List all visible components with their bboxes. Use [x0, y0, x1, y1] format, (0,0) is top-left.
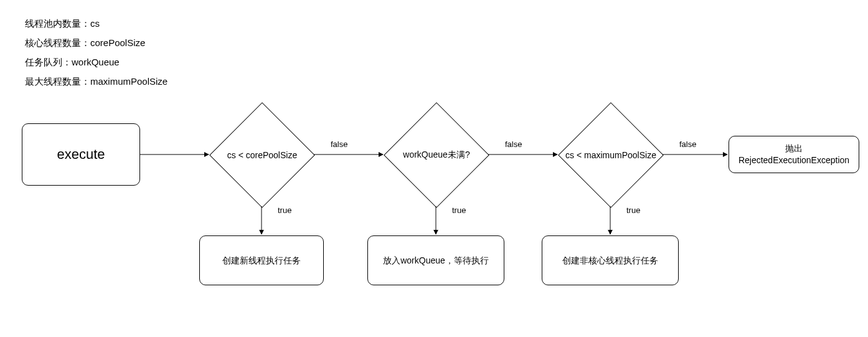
- edge-label-cond1-true: true: [277, 206, 292, 215]
- edge-label-cond2-true: true: [451, 206, 466, 215]
- node-act-create-thread-label: 创建新线程执行任务: [222, 255, 301, 267]
- node-end-line2: RejectedExecutionException: [738, 154, 849, 166]
- node-cond-core-label: cs < corePoolSize: [227, 150, 297, 160]
- node-act-create-noncore: 创建非核心线程执行任务: [542, 235, 679, 285]
- legend-line-max: 最大线程数量：maximumPoolSize: [25, 77, 167, 86]
- legend: 线程池内数量：cs 核心线程数量：corePoolSize 任务队列：workQ…: [25, 19, 167, 96]
- node-end-rejected: 抛出 RejectedExecutionException: [729, 136, 859, 173]
- edge-label-cond3-false: false: [679, 140, 697, 149]
- node-start-label: execute: [57, 145, 105, 164]
- legend-line-queue: 任务队列：workQueue: [25, 57, 167, 67]
- node-cond-max: cs < maximumPoolSize: [558, 102, 664, 208]
- node-cond-core: cs < corePoolSize: [209, 102, 315, 208]
- node-end-line1: 抛出: [738, 143, 849, 154]
- node-act-enqueue: 放入workQueue，等待执行: [367, 235, 504, 285]
- node-cond-queue-label: workQueue未满?: [403, 150, 469, 161]
- edge-label-cond2-false: false: [504, 140, 522, 149]
- edge-label-cond1-false: false: [330, 140, 348, 149]
- node-cond-max-label: cs < maximumPoolSize: [565, 150, 656, 160]
- node-act-enqueue-label: 放入workQueue，等待执行: [383, 255, 489, 267]
- node-start-execute: execute: [22, 123, 140, 186]
- edge-label-cond3-true: true: [626, 206, 641, 215]
- node-act-create-thread: 创建新线程执行任务: [199, 235, 324, 285]
- legend-line-core: 核心线程数量：corePoolSize: [25, 38, 167, 47]
- diagram-canvas: 线程池内数量：cs 核心线程数量：corePoolSize 任务队列：workQ…: [0, 0, 868, 337]
- node-act-create-noncore-label: 创建非核心线程执行任务: [562, 255, 658, 267]
- legend-line-cs: 线程池内数量：cs: [25, 19, 167, 28]
- node-cond-queue: workQueue未满?: [384, 102, 489, 208]
